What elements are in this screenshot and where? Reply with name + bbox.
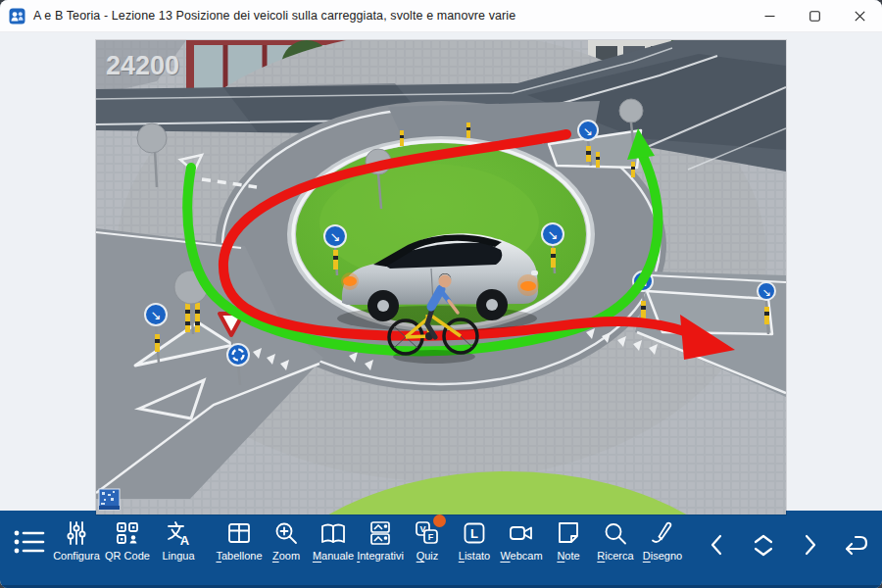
grid-icon — [225, 519, 253, 547]
translate-icon: A — [165, 519, 192, 547]
app-window: A e B Teoria - Lezione 13 Posizione dei … — [0, 0, 882, 588]
minimize-icon — [764, 11, 775, 22]
toolbar-label: Tabellone — [216, 550, 262, 562]
svg-text:↘: ↘ — [151, 308, 162, 322]
svg-text:↘: ↘ — [330, 229, 341, 244]
toolbar-label: Listato — [459, 550, 490, 562]
chevron-right-icon — [797, 532, 822, 558]
toolbar-label: Quiz — [416, 550, 439, 562]
minimize-button[interactable] — [747, 0, 792, 31]
svg-text:↘: ↘ — [583, 124, 593, 138]
bottom-toolbar: Configura QR Code — [0, 511, 882, 588]
menu-list-icon — [13, 527, 46, 557]
pen-icon — [649, 519, 676, 547]
toolbar-label: Disegno — [643, 550, 682, 562]
toolbar-button-note[interactable]: Note — [545, 519, 592, 562]
app-people-icon — [9, 8, 25, 24]
chevron-left-icon — [705, 532, 730, 558]
svg-text:↘: ↘ — [548, 227, 559, 242]
toolbar-button-zoom[interactable]: Zoom — [263, 519, 310, 562]
toolbar-button-lingua[interactable]: A Lingua — [153, 519, 204, 562]
zoom-in-icon — [272, 519, 300, 547]
window-title: A e B Teoria - Lezione 13 Posizione dei … — [33, 9, 747, 23]
photo-number: 24200 — [106, 51, 179, 80]
maximize-button[interactable] — [792, 0, 837, 31]
svg-text:A: A — [180, 533, 190, 547]
return-button[interactable] — [832, 519, 878, 558]
title-bar: A e B Teoria - Lezione 13 Posizione dei … — [0, 0, 882, 32]
toolbar-label: QR Code — [105, 550, 150, 562]
chevron-updown-icon — [749, 532, 778, 558]
toolbar-label: Integrativi — [357, 550, 404, 562]
list-l-icon: L — [461, 519, 488, 547]
toolbar-button-qr-code[interactable]: QR Code — [102, 519, 153, 562]
rear-indicator — [343, 276, 357, 286]
maximize-icon — [809, 11, 820, 22]
toolbar-label: Webcam — [500, 550, 542, 562]
toolbar-button-disegno[interactable]: Disegno — [639, 519, 686, 562]
svg-text:F: F — [428, 532, 434, 542]
toolbar-label: Manuale — [313, 550, 354, 562]
thumbnail-icon[interactable] — [99, 489, 120, 510]
note-icon — [555, 519, 582, 547]
toolbar-label: Configura — [53, 550, 100, 562]
svg-text:↘: ↘ — [761, 286, 770, 298]
front-indicator — [520, 281, 536, 291]
toolbar-button-ricerca[interactable]: Ricerca — [592, 519, 639, 562]
toolbar-button-integrativi[interactable]: Integrativi — [357, 519, 404, 562]
previous-button[interactable] — [694, 519, 740, 558]
toolbar-label: Zoom — [272, 550, 300, 562]
slides-icon — [367, 519, 394, 547]
jump-button[interactable] — [740, 519, 786, 558]
close-button[interactable] — [837, 0, 882, 31]
svg-text:L: L — [470, 526, 478, 541]
sliders-icon — [63, 519, 90, 547]
toolbar-button-configura[interactable]: Configura — [51, 519, 102, 562]
close-icon — [855, 11, 865, 22]
toolbar-label: Ricerca — [597, 550, 633, 562]
toolbar-button-tabellone[interactable]: Tabellone — [216, 519, 263, 562]
webcam-icon — [508, 519, 535, 547]
lesson-content-area: ↘ ↘ ↘ — [0, 32, 882, 511]
qr-code-icon — [114, 519, 141, 547]
search-icon — [602, 519, 629, 547]
return-arrow-icon — [842, 532, 869, 558]
toolbar-button-manuale[interactable]: Manuale — [310, 519, 357, 562]
toolbar-label: Lingua — [162, 550, 194, 562]
toolbar-label: Note — [557, 550, 579, 562]
next-button[interactable] — [786, 519, 832, 558]
toolbar-button-quiz[interactable]: V F Quiz — [404, 519, 451, 562]
notification-dot — [433, 514, 446, 527]
open-book-icon — [319, 519, 347, 547]
toolbar-button-webcam[interactable]: Webcam — [498, 519, 545, 562]
toolbar-button-listato[interactable]: L Listato — [451, 519, 498, 562]
lesson-image[interactable]: ↘ ↘ ↘ — [96, 40, 786, 514]
roundabout-scene: ↘ ↘ ↘ — [96, 40, 786, 514]
lesson-list-button[interactable] — [8, 519, 51, 557]
